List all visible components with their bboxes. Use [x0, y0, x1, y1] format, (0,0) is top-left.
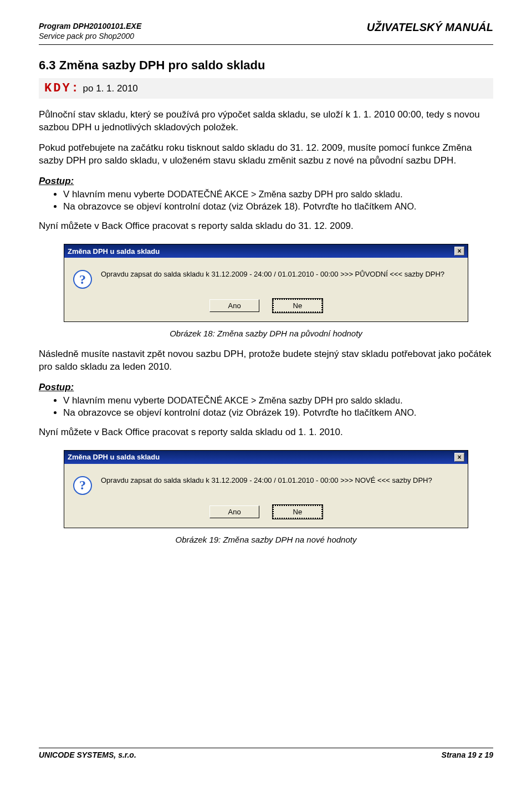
- paragraph-1: Půlnoční stav skladu, který se používá p…: [39, 109, 493, 134]
- paragraph-5: Nyní můžete v Back Office pracovat s rep…: [39, 426, 493, 439]
- figure-caption-19: Obrázek 19: Změna sazby DPH na nové hodn…: [39, 535, 493, 544]
- steps-list-1: V hlavním menu vyberte DODATEČNÉ AKCE > …: [39, 189, 493, 212]
- paragraph-4: Následně musíte nastavit zpět novou sazb…: [39, 348, 493, 374]
- paragraph-3: Nyní můžete v Back Office pracovat s rep…: [39, 220, 493, 233]
- postup-label-2: Postup:: [39, 381, 493, 394]
- dialog-titlebar: Změna DPH u salda skladu ×: [64, 451, 468, 464]
- steps-list-2: V hlavním menu vyberte DODATEČNÉ AKCE > …: [39, 395, 493, 418]
- kdy-box: KDY: po 1. 1. 2010: [39, 78, 493, 99]
- dialog-titlebar: Změna DPH u salda skladu ×: [64, 244, 468, 258]
- dialog-title-text: Změna DPH u salda skladu: [68, 247, 160, 256]
- no-button[interactable]: Ne: [273, 505, 323, 519]
- question-icon: ?: [73, 270, 92, 289]
- header-manual-title: UŽIVATELSKÝ MANUÁL: [367, 21, 493, 34]
- header-left: Program DPH20100101.EXE Service pack pro…: [39, 21, 141, 41]
- button-name: ANO: [395, 408, 414, 417]
- program-name: Program DPH20100101.EXE: [39, 21, 141, 31]
- dialog-message: Opravdu zapsat do salda skladu k 31.12.2…: [101, 270, 444, 278]
- figure-caption-18: Obrázek 18: Změna sazby DPH na původní h…: [39, 329, 493, 338]
- dialog-message: Opravdu zapsat do salda skladu k 31.12.2…: [101, 476, 432, 484]
- header-subtitle: Service pack pro Shop2000: [39, 31, 141, 41]
- close-icon[interactable]: ×: [454, 247, 464, 256]
- button-name: ANO: [395, 202, 414, 211]
- postup-label-1: Postup:: [39, 175, 493, 188]
- yes-button[interactable]: Ano: [209, 299, 259, 312]
- menu-path: DODATEČNÉ AKCE > Změna sazby DPH pro sal…: [167, 190, 400, 199]
- list-item: Na obrazovce se objeví kontrolní dotaz (…: [63, 201, 493, 212]
- page-footer: UNICODE SYSTEMS, s.r.o. Strana 19 z 19: [39, 748, 493, 759]
- page-header: Program DPH20100101.EXE Service pack pro…: [39, 21, 493, 41]
- footer-divider: [39, 748, 493, 748]
- menu-path: DODATEČNÉ AKCE > Změna sazby DPH pro sal…: [167, 396, 400, 405]
- list-item: Na obrazovce se objeví kontrolní dotaz (…: [63, 407, 493, 418]
- kdy-label: KDY:: [44, 81, 80, 95]
- yes-button[interactable]: Ano: [209, 505, 259, 518]
- close-icon[interactable]: ×: [454, 453, 464, 462]
- list-item: V hlavním menu vyberte DODATEČNÉ AKCE > …: [63, 189, 493, 200]
- dialog-screenshot-2: Změna DPH u salda skladu × ? Opravdu zap…: [64, 450, 468, 528]
- footer-page-number: Strana 19 z 19: [442, 750, 493, 759]
- section-heading: 6.3 Změna sazby DPH pro saldo skladu: [39, 58, 493, 73]
- dialog-title-text: Změna DPH u salda skladu: [68, 453, 160, 461]
- list-item: V hlavním menu vyberte DODATEČNÉ AKCE > …: [63, 395, 493, 406]
- question-icon: ?: [73, 476, 92, 495]
- dialog-screenshot-1: Změna DPH u salda skladu × ? Opravdu zap…: [64, 244, 468, 322]
- paragraph-2: Pokud potřebujete na začátku roku tiskno…: [39, 142, 493, 167]
- no-button[interactable]: Ne: [273, 299, 323, 313]
- kdy-value: po 1. 1. 2010: [83, 83, 138, 94]
- footer-company: UNICODE SYSTEMS, s.r.o.: [39, 750, 136, 759]
- header-divider: [39, 44, 493, 45]
